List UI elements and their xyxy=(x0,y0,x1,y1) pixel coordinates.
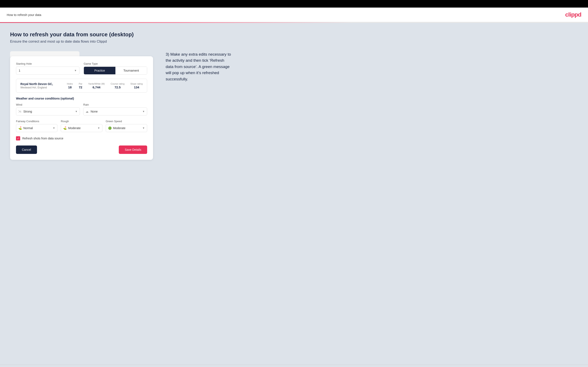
form-container: Starting Hole 1 2 10 ▼ Game Type xyxy=(10,51,153,160)
slope-rating-label: Slope rating xyxy=(130,83,143,85)
cancel-button[interactable]: Cancel xyxy=(16,145,37,154)
course-rating-label: Course rating xyxy=(111,83,124,85)
course-details: Royal North Devon GC, Westward Ho!, Engl… xyxy=(20,82,53,89)
wind-select[interactable]: Strong Light Calm xyxy=(16,108,80,115)
green-speed-label: Green Speed xyxy=(106,120,147,123)
starting-hole-select[interactable]: 1 2 10 xyxy=(16,67,79,74)
course-info-box: Royal North Devon GC, Westward Ho!, Engl… xyxy=(16,79,147,92)
stat-slope-rating: Slope rating 134 xyxy=(130,83,143,89)
main-content: How to refresh your data from source (de… xyxy=(0,23,588,365)
wind-select-wrapper[interactable]: 🌬 Strong Light Calm ▼ xyxy=(16,108,80,116)
fairway-group: Fairway Conditions ⛳ Normal Firm Soft ▼ xyxy=(16,120,57,132)
rough-group: Rough ⛳ Moderate Light Heavy ▼ xyxy=(61,120,102,132)
page-subheading: Ensure the correct and most up to date d… xyxy=(10,40,578,44)
holes-value: 18 xyxy=(67,85,73,89)
rain-select[interactable]: None Light Heavy xyxy=(83,108,147,115)
content-layout: Starting Hole 1 2 10 ▼ Game Type xyxy=(10,51,578,160)
save-button[interactable]: Save Details xyxy=(119,145,147,154)
green-speed-group: Green Speed 🟢 Moderate Slow Fast ▼ xyxy=(106,120,147,132)
rain-label: Rain xyxy=(83,103,147,106)
wind-label: Wind xyxy=(16,103,80,106)
header-title: How to refresh your data xyxy=(7,13,41,17)
starting-hole-group: Starting Hole 1 2 10 ▼ xyxy=(16,62,79,75)
course-name: Royal North Devon GC, xyxy=(20,82,53,86)
course-location: Westward Ho!, England xyxy=(20,86,53,89)
checkmark-icon: ✓ xyxy=(17,137,19,140)
conditions-row: Fairway Conditions ⛳ Normal Firm Soft ▼ xyxy=(16,120,147,132)
rain-select-wrapper[interactable]: ☁ None Light Heavy ▼ xyxy=(83,108,147,116)
rough-label: Rough xyxy=(61,120,102,123)
yards-label: Yards/White (M) xyxy=(88,83,105,85)
par-label: Par xyxy=(79,83,82,85)
stat-yards: Yards/White (M) 6,744 xyxy=(88,83,105,89)
form-card: Starting Hole 1 2 10 ▼ Game Type xyxy=(10,56,153,160)
tournament-button[interactable]: Tournament xyxy=(115,67,147,74)
side-text: 3) Make any extra edits necessary to the… xyxy=(166,51,233,82)
course-stats: Holes 18 Par 72 Yards/White (M) 6,744 xyxy=(67,83,143,89)
practice-button[interactable]: Practice xyxy=(84,67,115,74)
logo: clippd xyxy=(565,11,581,18)
starting-hole-select-wrapper[interactable]: 1 2 10 ▼ xyxy=(16,67,79,75)
game-type-group: Game Type Practice Tournament xyxy=(84,62,147,75)
course-rating-value: 72.5 xyxy=(111,85,124,89)
fairway-select[interactable]: Normal Firm Soft xyxy=(16,124,57,132)
page-heading: How to refresh your data from source (de… xyxy=(10,31,578,38)
rough-select-wrapper[interactable]: ⛳ Moderate Light Heavy ▼ xyxy=(61,124,102,132)
side-description: 3) Make any extra edits necessary to the… xyxy=(166,51,233,82)
wind-rain-row: Wind 🌬 Strong Light Calm ▼ Rain xyxy=(16,103,147,116)
stat-course-rating: Course rating 72.5 xyxy=(111,83,124,89)
stat-holes: Holes 18 xyxy=(67,83,73,89)
weather-section-title: Weather and course conditions (optional) xyxy=(16,97,147,100)
green-speed-select-wrapper[interactable]: 🟢 Moderate Slow Fast ▼ xyxy=(106,124,147,132)
starting-hole-label: Starting Hole xyxy=(16,62,79,65)
fairway-select-wrapper[interactable]: ⛳ Normal Firm Soft ▼ xyxy=(16,124,57,132)
game-type-buttons: Practice Tournament xyxy=(84,67,147,75)
refresh-checkbox-label: Refresh shots from data source xyxy=(22,137,63,140)
stat-par: Par 72 xyxy=(79,83,82,89)
holes-label: Holes xyxy=(67,83,73,85)
green-speed-select[interactable]: Moderate Slow Fast xyxy=(106,124,147,132)
refresh-checkbox-row: ✓ Refresh shots from data source xyxy=(16,136,147,141)
rain-group: Rain ☁ None Light Heavy ▼ xyxy=(83,103,147,116)
fairway-label: Fairway Conditions xyxy=(16,120,57,123)
refresh-checkbox[interactable]: ✓ xyxy=(16,136,20,141)
slope-rating-value: 134 xyxy=(130,85,143,89)
footer: Copyright Clippd 2022 xyxy=(0,365,588,367)
game-type-label: Game Type xyxy=(84,62,147,65)
wind-group: Wind 🌬 Strong Light Calm ▼ xyxy=(16,103,80,116)
header: How to refresh your data clippd xyxy=(0,8,588,22)
par-value: 72 xyxy=(79,85,82,89)
top-form-row: Starting Hole 1 2 10 ▼ Game Type xyxy=(16,62,147,75)
yards-value: 6,744 xyxy=(88,85,105,89)
rough-select[interactable]: Moderate Light Heavy xyxy=(61,124,102,132)
top-bar xyxy=(0,0,588,8)
action-buttons: Cancel Save Details xyxy=(16,145,147,154)
